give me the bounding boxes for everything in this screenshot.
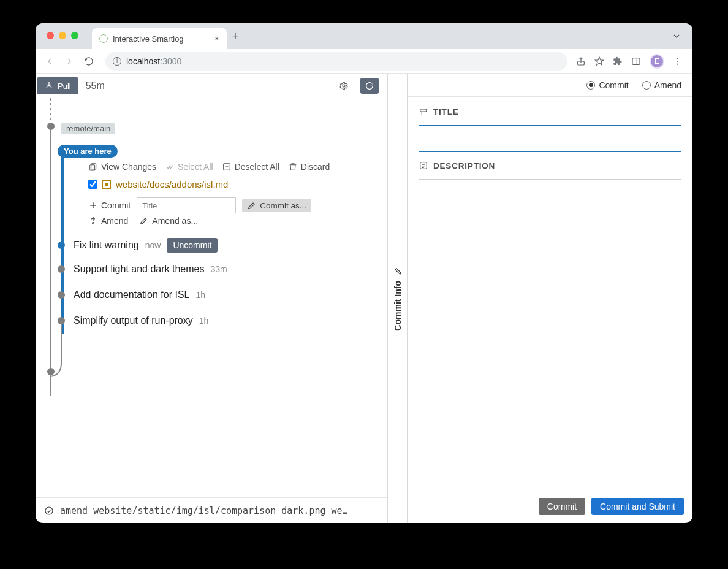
discard-button[interactable]: Discard (288, 162, 330, 172)
smartlog-panel: Pull 55m remote/main (36, 74, 388, 523)
refresh-button[interactable] (360, 78, 379, 94)
extensions-icon[interactable] (613, 56, 623, 66)
commit-dot-icon (58, 265, 65, 273)
svg-point-14 (93, 223, 94, 224)
share-icon[interactable] (576, 56, 586, 66)
changed-file-row[interactable]: website/docs/addons/isl.md (88, 179, 228, 189)
commit-description-input[interactable] (419, 179, 681, 486)
close-tab-icon[interactable]: × (214, 34, 219, 44)
commit-button[interactable]: Commit (539, 498, 585, 515)
address-bar: i localhost:3000 E (36, 49, 692, 74)
commit-mode-toggle: Commit Amend (408, 74, 692, 97)
svg-point-7 (343, 85, 345, 87)
quick-commit-title-input[interactable] (137, 197, 236, 213)
pull-button-label: Pull (58, 82, 71, 91)
uncommit-button[interactable]: Uncommit (167, 238, 218, 253)
commit-dot-icon (58, 242, 65, 249)
quick-commit-button[interactable]: Commit (88, 200, 131, 210)
commit-entry[interactable]: Fix lint warning now Uncommit (58, 238, 218, 253)
favicon-icon (99, 34, 108, 43)
file-modified-icon (102, 180, 111, 189)
commit-form-footer: Commit Commit and Submit (408, 489, 692, 523)
status-bar: amend website/static/img/isl/comparison_… (36, 497, 387, 523)
site-info-icon[interactable]: i (113, 57, 121, 66)
commit-title: Simplify output of run-proxy (74, 315, 193, 326)
commit-time: 33m (210, 264, 227, 274)
back-button[interactable] (42, 53, 58, 69)
remote-branch-tag[interactable]: remote/main (61, 123, 115, 134)
window-controls[interactable] (47, 32, 78, 39)
minimize-window-icon[interactable] (59, 32, 66, 39)
commit-time: 1h (195, 290, 205, 300)
panel-icon[interactable] (631, 56, 641, 66)
quick-commit-row: Commit Commit as... (88, 197, 311, 213)
commit-title: Add documentation for ISL (74, 289, 189, 300)
url-bar[interactable]: i localhost:3000 (105, 52, 567, 71)
svg-rect-2 (632, 58, 640, 64)
view-changes-button[interactable]: View Changes (88, 162, 156, 172)
browser-window: Interactive Smartlog × + i localhost:300… (36, 23, 692, 523)
pencil-icon (393, 266, 403, 276)
milestone-icon (419, 107, 428, 116)
close-window-icon[interactable] (47, 32, 54, 39)
svg-point-15 (45, 507, 53, 514)
commit-as-button[interactable]: Commit as... (242, 199, 311, 212)
svg-point-6 (677, 63, 678, 64)
url-port: :3000 (160, 56, 181, 66)
graph-dot (47, 123, 55, 130)
settings-button[interactable] (335, 78, 353, 94)
amend-button[interactable]: Amend (88, 216, 128, 226)
radio-unchecked-icon (642, 81, 651, 90)
svg-point-5 (677, 60, 678, 61)
commit-title-input[interactable] (419, 125, 681, 152)
mode-commit-radio[interactable]: Commit (586, 80, 628, 90)
app-content: Pull 55m remote/main (36, 74, 692, 523)
status-text: amend website/static/img/isl/comparison_… (60, 505, 348, 516)
commit-info-gutter[interactable]: Commit Info (388, 74, 408, 523)
commit-title: Support light and dark themes (74, 264, 204, 275)
description-field-label: DESCRIPTION (419, 161, 681, 170)
tab-bar: Interactive Smartlog × + (36, 23, 692, 49)
text-lines-icon (419, 161, 428, 170)
commit-title: Fix lint warning (74, 240, 139, 251)
commit-entry[interactable]: Support light and dark themes 33m (58, 264, 227, 275)
url-host: localhost (126, 56, 160, 66)
time-since-pull: 55m (86, 80, 105, 91)
branch-curve-icon (43, 320, 67, 394)
bookmark-icon[interactable] (594, 56, 604, 66)
commit-and-submit-button[interactable]: Commit and Submit (591, 498, 684, 515)
svg-point-4 (677, 58, 678, 59)
forward-button[interactable] (61, 53, 77, 69)
browser-tab[interactable]: Interactive Smartlog × (92, 28, 227, 49)
svg-rect-9 (90, 165, 95, 170)
commit-time: now (145, 240, 161, 250)
amend-as-button[interactable]: Amend as... (139, 216, 198, 226)
commit-graph: remote/main You are here View Changes Se… (36, 98, 387, 497)
check-circle-icon (44, 506, 54, 516)
file-path[interactable]: website/docs/addons/isl.md (116, 179, 228, 189)
profile-avatar[interactable]: E (650, 54, 664, 69)
title-field-label: TITLE (419, 107, 681, 116)
smartlog-toolbar: Pull 55m (36, 74, 387, 98)
quick-amend-row: Amend Amend as... (88, 216, 198, 226)
new-tab-button[interactable]: + (227, 30, 244, 43)
svg-rect-8 (91, 164, 96, 169)
commit-time: 1h (199, 316, 209, 326)
file-checkbox[interactable] (88, 180, 97, 189)
changes-actions: View Changes Select All Deselect All (88, 162, 330, 172)
tab-title: Interactive Smartlog (113, 34, 184, 44)
gutter-label: Commit Info (393, 281, 403, 331)
pull-button[interactable]: Pull (37, 77, 78, 94)
reload-button[interactable] (81, 53, 97, 69)
commit-entry[interactable]: Add documentation for ISL 1h (58, 289, 205, 300)
commit-form-panel: Commit Amend TITLE DESCRIPTION (408, 74, 692, 523)
deselect-all-button[interactable]: Deselect All (222, 162, 279, 172)
commit-entry[interactable]: Simplify output of run-proxy 1h (58, 315, 208, 326)
tab-overflow-icon[interactable] (672, 31, 681, 41)
you-are-here-badge: You are here (58, 145, 118, 158)
select-all-button[interactable]: Select All (165, 162, 213, 172)
mode-amend-radio[interactable]: Amend (642, 80, 681, 90)
commit-dot-icon (58, 291, 65, 299)
maximize-window-icon[interactable] (71, 32, 78, 39)
kebab-menu-icon[interactable] (673, 56, 683, 66)
